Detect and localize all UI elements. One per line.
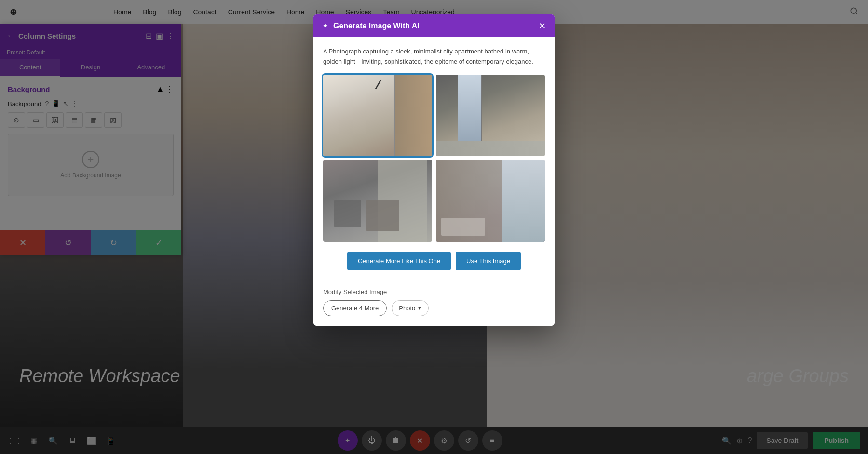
modify-title: Modify Selected Image [323, 288, 545, 295]
gen-4-more-button[interactable]: Generate 4 More [323, 300, 387, 316]
generated-image-4[interactable] [436, 160, 545, 242]
modal-close-button[interactable]: ✕ [539, 22, 546, 30]
modal-header: ✦ Generate Image With AI ✕ [313, 14, 555, 37]
modify-controls: Generate 4 More Photo ▾ [323, 300, 545, 316]
generate-image-modal: ✦ Generate Image With AI ✕ A Photograph … [313, 14, 555, 326]
generated-image-2[interactable] [436, 75, 545, 157]
generate-more-button[interactable]: Generate More Like This One [347, 252, 451, 270]
photo-type-label: Photo [399, 305, 415, 312]
use-image-button[interactable]: Use This Image [456, 252, 521, 270]
modal-ai-icon: ✦ [322, 21, 328, 30]
image-grid [323, 75, 545, 242]
photo-type-select[interactable]: Photo ▾ [392, 300, 429, 316]
modal-overlay: ✦ Generate Image With AI ✕ A Photograph … [0, 0, 868, 454]
chevron-down-icon: ▾ [418, 305, 421, 312]
modify-section: Modify Selected Image Generate 4 More Ph… [323, 280, 545, 316]
modal-body: A Photograph capturing a sleek, minimali… [313, 37, 555, 326]
modal-header-left: ✦ Generate Image With AI [322, 21, 420, 30]
modal-prompt-text: A Photograph capturing a sleek, minimali… [323, 47, 545, 67]
generated-image-3[interactable] [323, 160, 432, 242]
modal-title: Generate Image With AI [333, 22, 420, 30]
generated-image-1[interactable] [323, 75, 432, 157]
modal-buttons: Generate More Like This One Use This Ima… [323, 252, 545, 270]
